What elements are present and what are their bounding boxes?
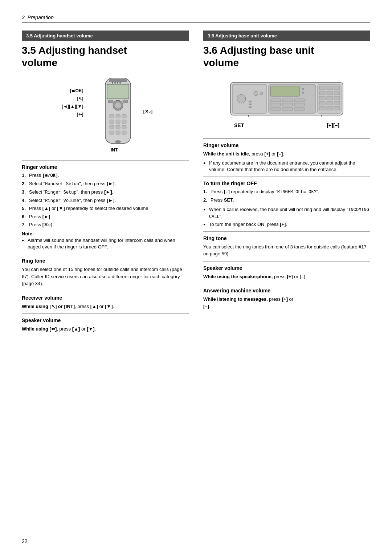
svg-rect-51 <box>334 91 340 95</box>
handset-diagram: [■/OK] [↖] [◄][▲][▼] [⇔] <box>58 76 152 153</box>
svg-rect-50 <box>327 91 332 95</box>
svg-point-26 <box>237 94 246 103</box>
svg-rect-57 <box>334 101 340 105</box>
svg-point-5 <box>117 82 118 84</box>
steps-list: 1. Press [■/OK]. 2. Select "Handset Setu… <box>22 172 189 228</box>
speaker-volume-left-heading: Speaker volume <box>22 317 189 323</box>
svg-point-28 <box>260 92 263 95</box>
step-3: 3. Select "Ringer Setup", then press [►]… <box>22 189 189 196</box>
svg-point-21 <box>115 140 121 143</box>
receiver-volume-text: While using [↖] or [INT], press [▲] or [… <box>22 303 189 310</box>
svg-rect-16 <box>116 125 120 129</box>
svg-rect-11 <box>122 114 126 118</box>
label-menu-ok: [■/OK] <box>62 87 83 95</box>
svg-rect-59 <box>327 106 332 110</box>
svg-rect-33 <box>270 86 299 96</box>
svg-rect-41 <box>294 103 305 106</box>
top-divider <box>22 23 370 23</box>
svg-point-34 <box>302 88 304 90</box>
svg-point-6 <box>119 82 121 84</box>
two-column-layout: 3.5 Adjusting handset volume 3.5 Adjusti… <box>22 31 370 335</box>
svg-rect-15 <box>110 125 114 129</box>
right-ringer-volume-heading: Ringer volume <box>203 142 370 148</box>
speaker-volume-right-heading: Speaker volume <box>203 265 370 271</box>
right-ring-tone-heading: Ring tone <box>203 235 370 241</box>
svg-rect-36 <box>270 99 281 102</box>
svg-rect-47 <box>327 86 332 90</box>
ring-tone-divider <box>22 254 189 254</box>
svg-rect-42 <box>270 108 281 110</box>
turn-off-bullets: When a call is received, the base unit w… <box>203 206 370 228</box>
svg-point-3 <box>112 82 113 84</box>
speaker-volume-right-text: While using the speakerphone, press [+] … <box>203 273 370 280</box>
page-container: 3. Preparation 3.5 Adjusting handset vol… <box>0 0 392 555</box>
answering-machine-text: While listening to messages, press [+] o… <box>203 296 370 310</box>
base-unit-diagram-area: SET [+][–] <box>203 74 370 133</box>
page-number: 22 <box>22 538 28 544</box>
svg-rect-30 <box>249 104 252 105</box>
svg-rect-22 <box>108 100 113 103</box>
ringer-idle-text: While the unit is idle, press [+] or [–]… <box>203 150 370 158</box>
svg-rect-1 <box>109 79 127 82</box>
ringer-bullet-1: If any documents are in the document ent… <box>203 160 370 173</box>
label-plus-minus: [+][–] <box>327 122 339 128</box>
ring-tone-text: You can select one of 15 ring tones for … <box>22 266 189 287</box>
right-ringer-divider <box>203 138 370 139</box>
speaker-vol-right-divider <box>203 261 370 262</box>
right-section-header: 3.6 Adjusting base unit volume <box>203 31 370 41</box>
svg-point-4 <box>114 82 116 84</box>
svg-rect-39 <box>270 103 281 106</box>
ringer-bullets: If any documents are in the document ent… <box>203 160 370 173</box>
turn-off-heading: To turn the ringer OFF <box>203 181 370 186</box>
right-column: 3.6 Adjusting base unit volume 3.6 Adjus… <box>203 31 370 335</box>
svg-rect-29 <box>249 101 252 102</box>
svg-rect-38 <box>294 99 305 102</box>
svg-rect-14 <box>122 120 126 123</box>
svg-rect-56 <box>327 101 332 105</box>
left-column: 3.5 Adjusting handset volume 3.5 Adjusti… <box>22 31 189 335</box>
handset-diagram-area: [■/OK] [↖] [◄][▲][▼] [⇔] <box>22 74 189 154</box>
svg-point-8 <box>115 102 121 108</box>
base-unit-svg <box>229 79 345 122</box>
step-4: 4. Select "Ringer Volume", then press [►… <box>22 197 189 204</box>
label-mute: [✕○] <box>143 109 152 114</box>
right-header-text: 3.6 Adjusting base unit volume <box>208 33 277 39</box>
svg-point-35 <box>302 92 304 94</box>
svg-rect-37 <box>282 99 293 102</box>
turn-off-step-1: 1. Press [–] repeatedly to display "RING… <box>203 189 370 195</box>
svg-rect-12 <box>110 120 114 123</box>
svg-rect-2 <box>107 84 129 99</box>
label-intercom: [⇔] <box>62 111 83 119</box>
label-nav: [◄][▲][▼] <box>62 103 83 111</box>
ringer-vol-divider <box>22 160 189 161</box>
svg-rect-13 <box>116 120 120 123</box>
svg-rect-49 <box>319 91 325 95</box>
note-heading: Note: <box>22 231 189 236</box>
section-label: 3. Preparation <box>22 15 370 20</box>
turn-off-bullet-1: When a call is received, the base unit w… <box>203 206 370 220</box>
base-labels-row: SET [+][–] <box>229 122 345 128</box>
label-talk: [↖] <box>62 95 83 103</box>
handset-svg <box>94 76 145 149</box>
svg-rect-54 <box>334 96 340 100</box>
speaker-volume-left-text: While using [⇔], press [▲] or [▼]. <box>22 325 189 333</box>
svg-rect-40 <box>282 103 293 106</box>
step-7: 7. Press [✕○]. <box>22 222 189 228</box>
svg-rect-17 <box>122 125 126 129</box>
svg-rect-18 <box>110 131 114 134</box>
receiver-vol-divider <box>22 291 189 291</box>
svg-rect-43 <box>282 108 293 110</box>
left-section-header: 3.5 Adjusting handset volume <box>22 31 189 41</box>
svg-rect-46 <box>319 86 325 90</box>
step-2: 2. Select "Handset Setup", then press [►… <box>22 181 189 187</box>
svg-rect-23 <box>123 100 128 103</box>
step-5: 5. Press [▲] or [▼] repeatedly to select… <box>22 205 189 212</box>
svg-point-27 <box>254 91 258 96</box>
right-section-title: 3.6 Adjusting base unitvolume <box>203 44 370 69</box>
label-set: SET <box>234 122 244 128</box>
turn-off-divider <box>203 177 370 177</box>
svg-rect-52 <box>319 96 325 100</box>
svg-rect-44 <box>294 108 305 110</box>
turn-off-steps: 1. Press [–] repeatedly to display "RING… <box>203 189 370 203</box>
receiver-volume-heading: Receiver volume <box>22 295 189 301</box>
